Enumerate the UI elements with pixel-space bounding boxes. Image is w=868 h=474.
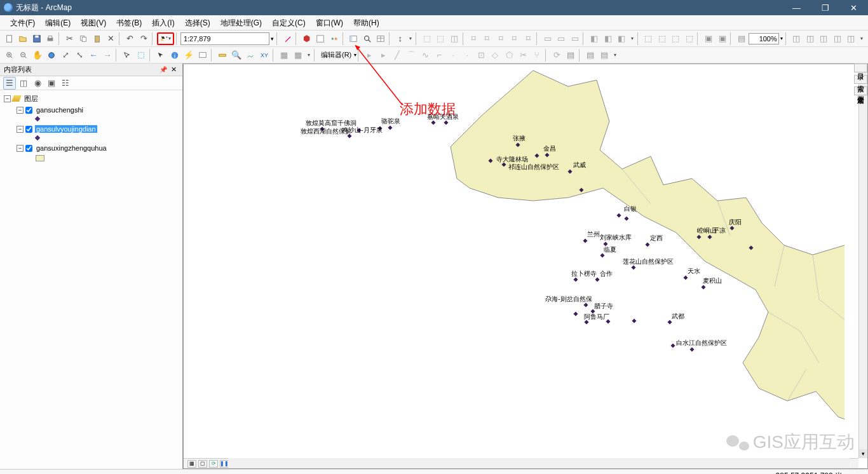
hyperlink-icon[interactable]: ⚡: [182, 49, 195, 62]
menu-insert[interactable]: 插入(I): [147, 15, 179, 30]
dropdown5-icon[interactable]: ▾: [612, 49, 618, 62]
misc-3-icon[interactable]: ◫: [818, 32, 831, 45]
edit-tool-icon[interactable]: ▸: [363, 49, 376, 62]
draw-3-icon[interactable]: ▭: [569, 32, 581, 45]
maximize-button[interactable]: ❐: [811, 0, 839, 15]
snap-4-icon[interactable]: ⌑: [508, 32, 521, 45]
map-scale-input[interactable]: [180, 32, 269, 45]
reshape-icon[interactable]: ⬠: [503, 49, 515, 62]
effects-3-icon[interactable]: ◧: [615, 32, 628, 45]
layer-label[interactable]: gansuchengshi: [35, 106, 85, 114]
sketch-props-icon[interactable]: ▤: [584, 49, 597, 62]
editor-menu[interactable]: 编辑器(R): [318, 50, 354, 60]
catalog-tab[interactable]: 目录: [854, 64, 867, 72]
tree-toggle[interactable]: −: [17, 107, 24, 114]
find-route-icon[interactable]: [244, 49, 257, 62]
close-button[interactable]: ✕: [839, 0, 868, 15]
open-icon[interactable]: [17, 32, 30, 45]
delete-icon[interactable]: ✕: [104, 32, 117, 45]
layer-checkbox[interactable]: [25, 126, 32, 133]
catalog-icon[interactable]: [348, 32, 360, 45]
model-builder-icon[interactable]: [328, 32, 341, 45]
georef-2-icon[interactable]: ⬚: [435, 32, 447, 45]
zoom-out-icon[interactable]: [17, 49, 30, 62]
select-elements-icon[interactable]: [154, 49, 167, 62]
print-icon[interactable]: [44, 32, 57, 45]
snap-5-icon[interactable]: ⌑: [522, 32, 535, 45]
forward-icon[interactable]: →: [101, 49, 114, 62]
scale-dropdown-icon[interactable]: ▾: [269, 36, 275, 42]
straight-icon[interactable]: ╱: [391, 49, 403, 62]
back-icon[interactable]: ←: [87, 49, 100, 62]
pause-button[interactable]: ❚❚: [220, 460, 229, 468]
layers-root-label[interactable]: 图层: [23, 94, 39, 104]
menu-bookmarks[interactable]: 书签(B): [111, 15, 147, 30]
draw-1-icon[interactable]: ▭: [541, 32, 554, 45]
tree-toggle[interactable]: −: [4, 95, 11, 102]
layout-1-icon[interactable]: ▤: [735, 32, 748, 45]
dropdown4-icon[interactable]: ▾: [306, 49, 312, 62]
misc-4-icon[interactable]: ◫: [831, 32, 844, 45]
georef-3-icon[interactable]: ◫: [448, 32, 461, 45]
vertical-scrollbar[interactable]: ▴ ▾: [858, 64, 867, 458]
label-2-icon[interactable]: ⬚: [656, 32, 668, 45]
python-icon[interactable]: [315, 32, 327, 45]
new-icon[interactable]: [3, 32, 16, 45]
add-data-button[interactable]: +▾: [157, 32, 174, 45]
refresh-button[interactable]: ⟳: [209, 460, 218, 468]
snap-2-icon[interactable]: ⌑: [481, 32, 494, 45]
options-icon[interactable]: ☷: [59, 77, 72, 90]
layout-view-button[interactable]: ▢: [198, 460, 207, 468]
paste-icon[interactable]: [91, 32, 104, 45]
layer-symbol-poly[interactable]: [36, 155, 44, 161]
list-by-drawing-order-icon[interactable]: ☰: [3, 77, 16, 90]
toolbox-icon[interactable]: ⬢: [301, 32, 313, 45]
map-canvas[interactable]: 添加数据 敦煌莫高窟千佛洞敦煌西湖自然保护鸣沙山-月牙泉骆驼泉嘉峪关酒泉张掖金昌…: [183, 64, 868, 469]
table-icon[interactable]: [375, 32, 388, 45]
layer-symbol-dot[interactable]: [35, 116, 40, 121]
anno-2-icon[interactable]: ▣: [716, 32, 729, 45]
layer-checkbox[interactable]: [25, 107, 32, 114]
create-features-tab[interactable]: 创建要素: [854, 86, 867, 95]
end-icon[interactable]: ·: [461, 49, 473, 62]
dropdown2-icon[interactable]: ▾: [629, 32, 635, 45]
cut-icon[interactable]: ✂: [64, 32, 76, 45]
minimize-button[interactable]: —: [782, 0, 811, 15]
menu-windows[interactable]: 窗口(W): [311, 15, 348, 30]
undo-icon[interactable]: ↶: [124, 32, 137, 45]
zoom-percent-input[interactable]: [749, 33, 779, 44]
goto-xy-icon[interactable]: XY: [258, 49, 271, 62]
snap-1-icon[interactable]: ⌑: [468, 32, 480, 45]
measure-icon[interactable]: [216, 49, 229, 62]
menu-geoprocessing[interactable]: 地理处理(G): [215, 15, 267, 30]
edit-anno-icon[interactable]: ▸: [377, 49, 390, 62]
create-features-icon[interactable]: ▤: [598, 49, 611, 62]
search-tab[interactable]: 搜索: [854, 75, 867, 84]
list-by-visibility-icon[interactable]: ◉: [31, 77, 44, 90]
misc-5-icon[interactable]: ◫: [845, 32, 858, 45]
effects-1-icon[interactable]: ◧: [588, 32, 600, 45]
search-icon[interactable]: [361, 32, 374, 45]
split-icon[interactable]: ⑂: [531, 49, 543, 62]
dropdown3-icon[interactable]: ▾: [858, 32, 865, 45]
effects-2-icon[interactable]: ◧: [602, 32, 614, 45]
misc-2-icon[interactable]: ◫: [804, 32, 817, 45]
arrow-tool-icon[interactable]: ↕: [394, 32, 407, 45]
layer-checkbox[interactable]: [25, 145, 32, 152]
anno-1-icon[interactable]: ▣: [702, 32, 715, 45]
snap-3-icon[interactable]: ⌑: [495, 32, 508, 45]
create-viewer-icon[interactable]: ▦: [292, 49, 304, 62]
editor-toolbar-icon[interactable]: [281, 32, 294, 45]
arc-icon[interactable]: ⌒: [405, 49, 417, 62]
menu-file[interactable]: 文件(F): [5, 15, 40, 30]
select-features-icon[interactable]: [121, 49, 133, 62]
label-3-icon[interactable]: ⬚: [669, 32, 682, 45]
georef-1-icon[interactable]: ⬚: [421, 32, 433, 45]
menu-customize[interactable]: 自定义(C): [267, 15, 311, 30]
menu-selection[interactable]: 选择(S): [180, 15, 215, 30]
edit-vertices-icon[interactable]: ◇: [489, 49, 501, 62]
right-angle-icon[interactable]: ⌐: [433, 49, 445, 62]
attributes-icon[interactable]: ▤: [564, 49, 577, 62]
list-by-source-icon[interactable]: ◫: [17, 77, 30, 90]
identify-icon[interactable]: i: [168, 49, 181, 62]
